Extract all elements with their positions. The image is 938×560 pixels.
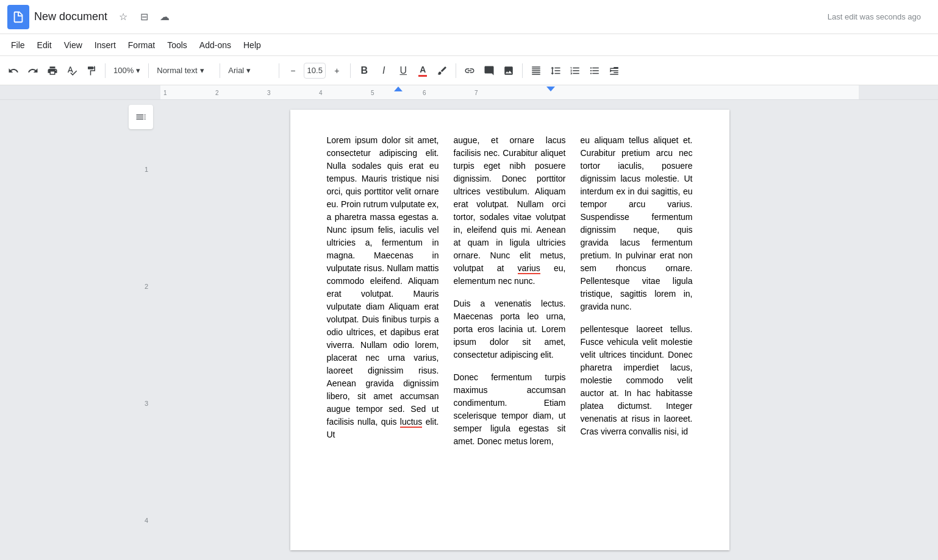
menu-tools[interactable]: Tools <box>161 38 193 52</box>
numbered-list-button[interactable] <box>567 62 584 79</box>
redo-button[interactable] <box>24 62 41 79</box>
document-page[interactable]: Lorem ipsum dolor sit amet, consectetur … <box>290 110 729 550</box>
svg-text:6: 6 <box>423 90 426 96</box>
document-wrapper: Lorem ipsum dolor sit amet, consectetur … <box>160 100 859 560</box>
outline-icon[interactable] <box>129 105 153 129</box>
left-sidebar: 1 2 3 4 <box>0 100 160 560</box>
right-margin <box>859 100 938 560</box>
underline-button[interactable]: U <box>395 62 412 79</box>
ruler: 1 2 3 4 5 6 7 <box>0 85 938 100</box>
menu-insert[interactable]: Insert <box>88 38 122 52</box>
font-size-input[interactable] <box>304 63 326 79</box>
comment-button[interactable] <box>481 62 498 79</box>
spell-error-luctus: luctus <box>400 417 423 428</box>
divider-2 <box>148 63 149 78</box>
top-icons: ☆ ⊟ ☁ <box>115 9 173 26</box>
menu-format[interactable]: Format <box>122 38 161 52</box>
col1-para1: Lorem ipsum dolor sit amet, consectetur … <box>327 134 439 441</box>
bold-button[interactable]: B <box>356 62 373 79</box>
link-button[interactable] <box>461 62 478 79</box>
divider-5 <box>350 63 351 78</box>
page-number-3: 3 <box>145 400 148 407</box>
svg-text:4: 4 <box>319 90 323 96</box>
style-value: Normal text <box>157 66 197 75</box>
svg-text:3: 3 <box>267 90 271 96</box>
align-button[interactable] <box>528 62 545 79</box>
document-column-2: augue, et ornare lacus facilisis nec. Cu… <box>454 134 566 458</box>
col3-para1: eu aliquam tellus aliquet et. Curabitur … <box>581 134 693 313</box>
menu-bar: File Edit View Insert Format Tools Add-o… <box>0 34 938 56</box>
paint-format-button[interactable] <box>83 62 100 79</box>
page-number-4: 4 <box>145 517 148 524</box>
divider-6 <box>456 63 456 78</box>
toolbar: 100% ▾ Normal text ▾ Arial ▾ − + B I U A <box>0 56 938 85</box>
italic-button[interactable]: I <box>375 62 392 79</box>
svg-text:1: 1 <box>163 90 167 96</box>
font-select[interactable]: Arial ▾ <box>225 62 274 79</box>
spell-error-varius: varius <box>518 263 540 274</box>
document-column-1: Lorem ipsum dolor sit amet, consectetur … <box>327 134 439 458</box>
ruler-left-margin <box>0 85 160 99</box>
svg-marker-8 <box>546 87 555 91</box>
menu-addons[interactable]: Add-ons <box>193 38 237 52</box>
col2-para3: Donec fermentum turpis maximus accumsan … <box>454 371 566 448</box>
col2-para2: Duis a venenatis lectus. Maecenas porta … <box>454 297 566 361</box>
ruler-content: 1 2 3 4 5 6 7 <box>160 85 859 99</box>
document-column-3: eu aliquam tellus aliquet et. Curabitur … <box>581 134 693 458</box>
menu-help[interactable]: Help <box>237 38 267 52</box>
col3-para2: pellentesque laoreet tellus. Fusce vehic… <box>581 323 693 438</box>
page-number-1: 1 <box>145 166 148 173</box>
indent-button[interactable] <box>606 62 623 79</box>
font-size-increase-button[interactable]: + <box>328 62 345 79</box>
bullet-list-button[interactable] <box>586 62 603 79</box>
ruler-right-margin <box>859 85 938 99</box>
divider-4 <box>279 63 279 78</box>
svg-text:2: 2 <box>215 90 219 96</box>
undo-button[interactable] <box>5 62 22 79</box>
doc-title: New document <box>34 10 107 23</box>
star-icon[interactable]: ☆ <box>115 9 132 26</box>
highlight-button[interactable] <box>434 62 451 79</box>
divider-7 <box>522 63 523 78</box>
line-spacing-button[interactable] <box>547 62 564 79</box>
svg-marker-7 <box>394 87 403 91</box>
print-button[interactable] <box>44 62 61 79</box>
document-columns: Lorem ipsum dolor sit amet, consectetur … <box>327 134 693 458</box>
cloud-icon[interactable]: ☁ <box>156 9 173 26</box>
page-number-2: 2 <box>145 283 148 290</box>
menu-view[interactable]: View <box>58 38 88 52</box>
svg-text:5: 5 <box>371 90 374 96</box>
image-button[interactable] <box>500 62 517 79</box>
spelling-check-button[interactable] <box>63 62 81 79</box>
menu-edit[interactable]: Edit <box>31 38 58 52</box>
svg-text:7: 7 <box>474 90 478 96</box>
style-select[interactable]: Normal text ▾ <box>154 62 215 79</box>
move-to-drive-icon[interactable]: ⊟ <box>135 9 152 26</box>
app-icon <box>7 5 29 29</box>
zoom-select[interactable]: 100% ▾ <box>110 62 143 79</box>
divider-3 <box>220 63 220 78</box>
divider-1 <box>105 63 106 78</box>
top-bar: New document ☆ ⊟ ☁ Last edit was seconds… <box>0 0 938 34</box>
font-value: Arial <box>228 66 244 75</box>
menu-file[interactable]: File <box>5 38 31 52</box>
last-edit-text: Last edit was seconds ago <box>828 12 921 21</box>
font-size-decrease-button[interactable]: − <box>284 62 301 79</box>
main-area: 1 2 3 4 Lorem ipsum dolor sit amet, cons… <box>0 100 938 560</box>
text-color-button[interactable]: A <box>414 62 431 79</box>
col2-para1: augue, et ornare lacus facilisis nec. Cu… <box>454 134 566 288</box>
